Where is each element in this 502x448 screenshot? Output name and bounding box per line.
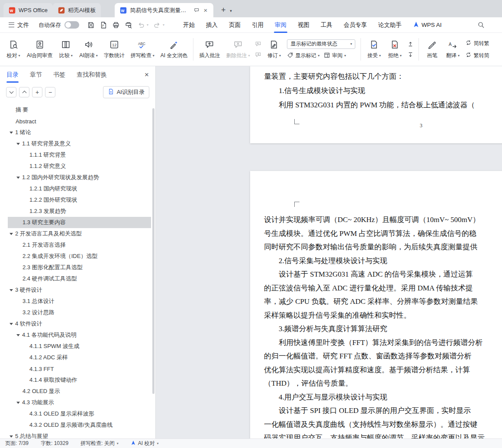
panel-tab[interactable]: 目录 xyxy=(6,67,19,83)
save-button[interactable] xyxy=(87,21,95,29)
toc-item[interactable]: 4.2 OLED 显示 xyxy=(0,386,155,397)
panel-tab[interactable]: 书签 xyxy=(53,67,65,83)
panel-close-icon[interactable]: × xyxy=(145,71,149,78)
compare-button[interactable]: 比较▾ xyxy=(56,37,76,61)
previous-change-button[interactable] xyxy=(407,41,414,47)
toc-expand-icon[interactable] xyxy=(10,132,13,134)
toc-item[interactable]: 5 总结与展望 xyxy=(0,431,155,438)
collapse-all-button[interactable] xyxy=(19,87,29,97)
toc-item[interactable]: 4.1.1 SPWM 波生成 xyxy=(0,341,155,352)
word-count-indicator[interactable]: 字数: 10329 xyxy=(41,440,68,447)
ai-recognize-toc-button[interactable]: AI识别目录 xyxy=(103,86,149,98)
translate-button[interactable]: A 翻译▾ xyxy=(443,37,463,61)
toc-expand-icon[interactable] xyxy=(16,143,20,145)
redo-caret-icon[interactable]: ▾ xyxy=(163,23,164,27)
document-canvas[interactable]: 量装置，主要研究内容包括以下几个方面：1.信号生成模块设计与实现利用 STM32… xyxy=(156,66,502,438)
print-button[interactable] xyxy=(112,21,120,29)
toc-item[interactable]: 2 开发语言工具及相关选型 xyxy=(0,228,155,239)
zoom-in-button[interactable]: + xyxy=(32,87,42,97)
tab-wps-office[interactable]: W WPS Office xyxy=(3,3,53,17)
show-markup-button[interactable]: 显示标记 ▾ xyxy=(287,52,319,60)
traditional-to-simplified-button[interactable]: 繁转简 xyxy=(465,52,489,59)
toc-item[interactable]: 4.1.2 ADC 采样 xyxy=(0,352,155,363)
ink-pen-button[interactable]: 画笔 xyxy=(422,37,442,61)
menu-tab[interactable]: 视图 xyxy=(292,17,315,33)
document-page[interactable]: 设计并实现频率可调（DC~ 20KHz）且幅度可调（10mV~ 500mV）号生… xyxy=(250,171,502,438)
toc-item[interactable]: Abstract xyxy=(0,116,155,127)
menu-tab[interactable]: 审阅 xyxy=(269,17,292,33)
toc-expand-icon[interactable] xyxy=(16,334,20,336)
tab-list-caret-icon[interactable]: ▾ xyxy=(230,9,232,13)
toc-item[interactable]: 1.1.1 研究背景 xyxy=(0,149,155,161)
toc-item[interactable]: 3.1 总体设计 xyxy=(0,296,155,307)
autosave-toggle[interactable] xyxy=(64,21,79,29)
file-menu-button[interactable]: 文件 xyxy=(6,19,32,31)
toc-item[interactable]: 1.2.1 国内研究现状 xyxy=(0,183,155,194)
toc-item[interactable]: 3 硬件设计 xyxy=(0,284,155,296)
toc-expand-icon[interactable] xyxy=(10,233,13,235)
proofread-button[interactable]: 校对▾ xyxy=(3,37,23,61)
toc-item[interactable]: 1.2 国内外研究现状及发展趋势 xyxy=(0,172,155,183)
page-indicator[interactable]: 页面: 7/39 xyxy=(5,440,29,447)
reject-change-button[interactable]: 拒绝▾ xyxy=(385,37,405,61)
toc-item[interactable]: 摘 要 xyxy=(0,104,155,116)
toc-expand-icon[interactable] xyxy=(16,177,20,179)
menu-tab[interactable]: 论文助手 xyxy=(373,17,407,33)
previous-comment-button[interactable] xyxy=(255,41,261,47)
menu-tab[interactable]: 开始 xyxy=(177,17,200,33)
toc-item[interactable]: 4.1.4 获取按键动作 xyxy=(0,374,155,386)
toc-expand-icon[interactable] xyxy=(10,289,13,291)
toc-item[interactable]: 2.4 硬件调试工具选型 xyxy=(0,273,155,284)
insert-comment-button[interactable]: 插入批注 xyxy=(196,37,222,61)
toc-item[interactable]: 4.3.1 OLED 显示采样波形 xyxy=(0,408,155,419)
panel-tab[interactable]: 查找和替换 xyxy=(77,67,107,83)
toc-item[interactable]: 1.1 研究背景及意义 xyxy=(0,138,155,149)
spellcheck-status[interactable]: 拼写检查: 关闭▾ xyxy=(80,440,119,447)
toc-item[interactable]: 1.2.2 国外研究现状 xyxy=(0,194,155,206)
toc-item[interactable]: 4.3.2 OLED 显示频谱/失真度曲线 xyxy=(0,419,155,431)
tab-close-icon[interactable]: × xyxy=(203,6,208,14)
toc-expand-icon[interactable] xyxy=(16,402,20,404)
review-pane-button[interactable]: 审阅 ▾ xyxy=(324,52,346,60)
toc-item[interactable]: 1.1.2 研究意义 xyxy=(0,161,155,172)
menu-tab[interactable]: 页面 xyxy=(223,17,246,33)
ai-proofread-status[interactable]: AI 校对▾ xyxy=(131,440,159,447)
sidebar-scrollbar[interactable] xyxy=(152,108,154,394)
next-change-button[interactable] xyxy=(407,52,414,58)
markup-state-select[interactable]: 显示标记的最终状态 ▾ xyxy=(287,39,355,49)
simplified-to-traditional-button[interactable]: 简转繁 xyxy=(465,39,489,47)
toc-item[interactable]: 4.1.3 FFT xyxy=(0,363,155,374)
panel-tab[interactable]: 章节 xyxy=(30,67,42,83)
zoom-out-button[interactable]: − xyxy=(45,87,55,97)
expand-all-button[interactable] xyxy=(6,87,16,97)
accept-change-button[interactable]: 接受▾ xyxy=(364,37,384,61)
redo-button[interactable] xyxy=(153,21,161,29)
tab-document[interactable]: W 简易信号失真度测量装置的设... × xyxy=(115,3,213,17)
toc-item[interactable]: 4 软件设计 xyxy=(0,318,155,329)
menu-tab[interactable]: 插入 xyxy=(200,17,223,33)
toc-item[interactable]: 3.2 设计思路 xyxy=(0,307,155,318)
ai-read-aloud-button[interactable]: AI朗读▾ xyxy=(77,37,100,61)
comment-indicator-icon[interactable] xyxy=(194,7,200,13)
undo-button[interactable] xyxy=(137,21,145,29)
toc-item[interactable]: 4.1 各功能代码及说明 xyxy=(0,329,155,341)
search-icon[interactable] xyxy=(477,21,485,29)
toc-expand-icon[interactable] xyxy=(10,323,13,325)
spell-check-button[interactable]: ABC 拼写检查▾ xyxy=(128,37,157,61)
delete-comment-button[interactable]: 删除批注▾ xyxy=(223,37,252,61)
print-preview-button[interactable] xyxy=(125,21,132,29)
toc-item[interactable]: 4.3 功能展示 xyxy=(0,397,155,408)
document-page-bottom-fragment[interactable]: 量装置，主要研究内容包括以下几个方面：1.信号生成模块设计与实现利用 STM32… xyxy=(250,66,502,143)
toc-item[interactable]: 1.3 研究主要内容 xyxy=(0,217,155,228)
new-tab-button[interactable]: + xyxy=(218,4,229,16)
toc-item[interactable]: 1 绪论 xyxy=(0,127,155,138)
toc-item[interactable]: 1.2.3 发展趋势 xyxy=(0,206,155,217)
toc-item[interactable]: 2.3 图形化配置工具选型 xyxy=(0,262,155,273)
next-comment-button[interactable] xyxy=(255,52,261,58)
word-count-button[interactable]: 12 字数统计 xyxy=(101,37,127,61)
undo-caret-icon[interactable]: ▾ xyxy=(147,23,148,27)
toc-expand-icon[interactable] xyxy=(10,435,13,438)
toc-item[interactable]: 2.1 开发语言选择 xyxy=(0,239,155,251)
track-changes-button[interactable]: 修订▾ xyxy=(264,37,284,61)
tab-docer-ai-template[interactable]: 稻壳AI模板 xyxy=(53,3,101,17)
